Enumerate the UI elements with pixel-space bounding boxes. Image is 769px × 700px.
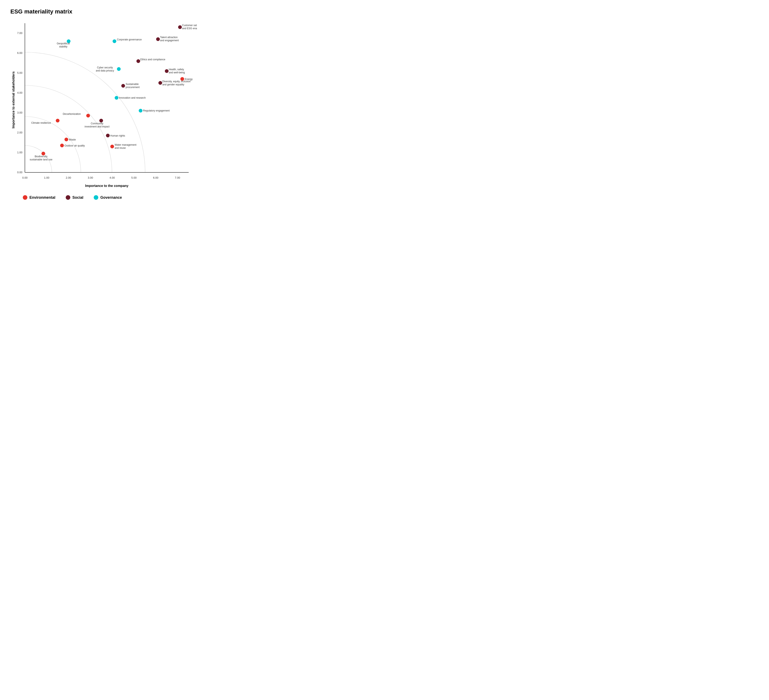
dot-cyber-security bbox=[117, 67, 121, 71]
dot-customer-satisfaction bbox=[178, 25, 182, 29]
legend-label-governance: Governance bbox=[100, 196, 122, 200]
label-customer-satisfaction-2: and ESG enablement bbox=[182, 27, 197, 30]
svg-text:2.00: 2.00 bbox=[66, 176, 71, 179]
dot-waste bbox=[64, 138, 68, 141]
legend-dot-environmental bbox=[23, 195, 27, 200]
legend-governance: Governance bbox=[94, 195, 122, 200]
dot-human-rights bbox=[106, 134, 110, 137]
label-geopolitical: Geopolitical bbox=[57, 42, 70, 45]
svg-text:7.00: 7.00 bbox=[175, 176, 180, 179]
svg-text:0.00: 0.00 bbox=[17, 171, 23, 174]
legend-environmental: Environmental bbox=[23, 195, 55, 200]
y-axis-label: Importance to external stakeholders bbox=[11, 72, 15, 128]
dot-decarbonization bbox=[86, 114, 90, 117]
label-outdoor-air: Outdoor air quality bbox=[64, 144, 85, 147]
label-cyber: Cyber security bbox=[97, 66, 113, 69]
legend-label-environmental: Environmental bbox=[29, 196, 55, 200]
legend-dot-social bbox=[66, 195, 70, 200]
dot-regulatory bbox=[139, 109, 142, 112]
svg-text:5.00: 5.00 bbox=[131, 176, 137, 179]
label-diversity: Diversity, equity, inclusion bbox=[162, 80, 191, 83]
svg-text:2.00: 2.00 bbox=[17, 131, 23, 134]
dot-climate-resilience bbox=[56, 119, 60, 122]
label-cyber-2: and data privacy bbox=[96, 69, 114, 72]
label-biodiversity-2: sustainable land use bbox=[30, 158, 53, 161]
svg-text:0.00: 0.00 bbox=[22, 176, 27, 179]
legend-dot-governance bbox=[94, 195, 98, 200]
label-community-2: investment and impact bbox=[85, 125, 110, 128]
chart-area: 0.00 1.00 2.00 3.00 4.00 5.00 6.00 7.00 … bbox=[10, 21, 197, 191]
label-water: Water management bbox=[115, 143, 137, 146]
svg-rect-0 bbox=[25, 23, 189, 172]
dot-water bbox=[110, 144, 114, 148]
legend-social: Social bbox=[66, 195, 84, 200]
label-regulatory: Regulatory engagement bbox=[143, 109, 170, 112]
dot-talent-attraction bbox=[156, 37, 160, 41]
label-sustainable-procurement-2: procurement bbox=[125, 86, 140, 89]
svg-text:6.00: 6.00 bbox=[17, 51, 23, 55]
label-talent-attraction-2: and engagement bbox=[160, 39, 179, 42]
label-decarbonization: Decarbonization bbox=[63, 112, 81, 116]
dot-sustainable-procurement bbox=[121, 84, 125, 88]
dot-corporate-governance bbox=[113, 39, 116, 43]
chart-title: ESG materiality matrix bbox=[10, 8, 197, 15]
svg-text:1.00: 1.00 bbox=[17, 151, 23, 154]
label-health-safety: Health, safety bbox=[169, 68, 184, 71]
svg-text:4.00: 4.00 bbox=[17, 91, 23, 94]
label-diversity-2: and gender equality bbox=[162, 83, 184, 86]
label-geopolitical-2: stability bbox=[59, 45, 68, 48]
label-waste: Waste bbox=[69, 138, 76, 141]
dot-outdoor-air bbox=[60, 144, 64, 147]
label-community: Community bbox=[91, 122, 103, 125]
dot-innovation bbox=[115, 96, 118, 100]
label-innovation: Innovation and research bbox=[119, 96, 146, 99]
label-customer-satisfaction: Customer satisfaction bbox=[182, 24, 197, 27]
x-axis-label: Importance to the company bbox=[85, 184, 129, 188]
dot-diversity bbox=[158, 81, 162, 85]
svg-text:1.00: 1.00 bbox=[44, 176, 49, 179]
svg-text:4.00: 4.00 bbox=[109, 176, 115, 179]
svg-text:6.00: 6.00 bbox=[153, 176, 158, 179]
label-water-2: and reuse bbox=[115, 146, 126, 149]
label-health-safety-2: and well-being bbox=[169, 71, 185, 74]
svg-text:3.00: 3.00 bbox=[17, 111, 23, 114]
legend-label-social: Social bbox=[72, 196, 84, 200]
label-biodiversity: Biodiversity bbox=[35, 155, 47, 158]
svg-text:3.00: 3.00 bbox=[88, 176, 93, 179]
label-climate-resilience: Climate resilience bbox=[31, 122, 51, 124]
dot-health-safety bbox=[165, 69, 169, 73]
dot-ethics bbox=[137, 59, 140, 63]
svg-text:5.00: 5.00 bbox=[17, 71, 23, 74]
label-corporate-governance: Corporate governance bbox=[117, 38, 142, 41]
svg-text:7.00: 7.00 bbox=[17, 32, 23, 35]
label-human-rights: Human rights bbox=[110, 134, 125, 137]
legend: Environmental Social Governance bbox=[10, 195, 197, 200]
label-ethics: Ethics and compliance bbox=[140, 58, 165, 61]
chart-svg: 0.00 1.00 2.00 3.00 4.00 5.00 6.00 7.00 … bbox=[10, 21, 197, 191]
label-talent-attraction: Talent attraction bbox=[160, 36, 178, 39]
label-sustainable-procurement: Sustainable bbox=[125, 83, 139, 85]
